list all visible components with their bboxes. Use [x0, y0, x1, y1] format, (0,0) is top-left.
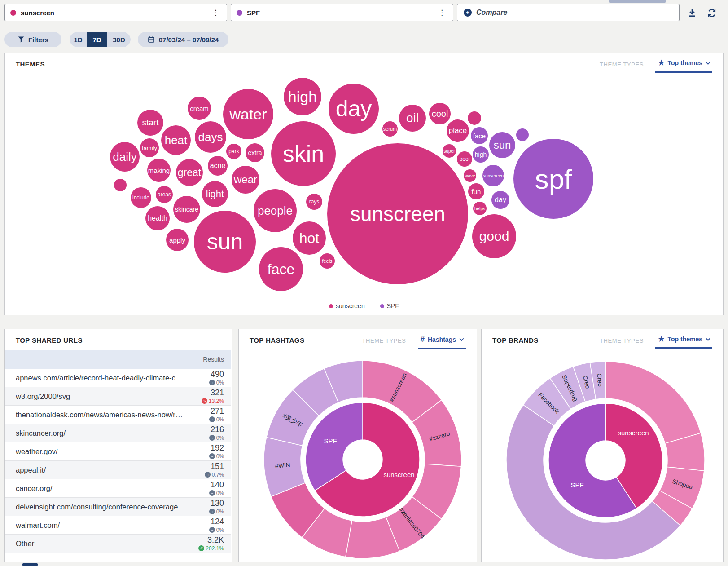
- url-cell[interactable]: delveinsight.com/consulting/conference-c…: [16, 503, 209, 511]
- theme-bubble-apply[interactable]: apply: [166, 229, 189, 251]
- theme-bubble-light[interactable]: light: [202, 181, 228, 207]
- themes-panel: THEMES THEME TYPES ★ Top themes creamsta…: [4, 53, 724, 315]
- theme-bubble-daily[interactable]: daily: [110, 142, 140, 172]
- brands-sunburst-chart: ShopeeFacebookSuperdrugCreoCreosunscreen…: [482, 329, 724, 562]
- theme-bubble-sunscreen[interactable]: sunscreen: [482, 165, 504, 186]
- theme-bubble-days[interactable]: days: [195, 121, 226, 153]
- theme-bubble-health[interactable]: health: [145, 206, 170, 230]
- url-cell[interactable]: appeal.it/: [16, 466, 205, 474]
- theme-bubble-face[interactable]: face: [259, 247, 303, 291]
- query-pill-sunscreen[interactable]: sunscreen ⋮: [4, 4, 227, 21]
- kebab-menu-icon[interactable]: ⋮: [436, 8, 447, 18]
- compare-button[interactable]: + Compare: [457, 4, 680, 21]
- theme-bubble-extra[interactable]: extra: [246, 143, 264, 162]
- theme-bubble-areas[interactable]: areas: [156, 186, 173, 203]
- table-row[interactable]: thenationaldesk.com/news/americas-news-n…: [5, 406, 231, 424]
- theme-bubble-face[interactable]: face: [471, 127, 488, 144]
- themes-legend: sunscreen SPF: [5, 302, 723, 310]
- results-value: 151: [205, 462, 224, 470]
- theme-bubble[interactable]: [114, 179, 127, 191]
- filters-button[interactable]: Filters: [4, 32, 61, 47]
- query-pill-spf[interactable]: SPF ⋮: [231, 4, 453, 21]
- url-cell[interactable]: skincancer.org/: [16, 429, 209, 438]
- results-value: 490: [209, 370, 224, 378]
- url-cell[interactable]: cancer.org/: [16, 484, 209, 493]
- results-value: 271: [209, 407, 224, 415]
- results-cell: 124→0%: [209, 517, 224, 533]
- theme-bubble-water[interactable]: water: [223, 89, 273, 139]
- themes-bubble-chart: creamstartwaterhighdayoilserumcoolplacef…: [5, 53, 723, 315]
- table-row[interactable]: Other3.2K↗202.1%: [5, 535, 231, 553]
- theme-bubble-fun[interactable]: fun: [468, 183, 484, 199]
- theme-bubble-wear[interactable]: wear: [232, 166, 259, 194]
- theme-bubble-making[interactable]: making: [147, 159, 171, 182]
- table-row[interactable]: appeal.it/151→0.7%: [5, 461, 231, 479]
- theme-bubble-day[interactable]: day: [491, 191, 509, 209]
- theme-bubble-place[interactable]: place: [447, 119, 469, 142]
- theme-bubble-rays[interactable]: rays: [306, 194, 322, 210]
- theme-bubble-skincare[interactable]: skincare: [173, 196, 200, 223]
- range-7d[interactable]: 7D: [87, 32, 107, 47]
- sunburst-inner-label: sunscreen: [383, 471, 414, 478]
- theme-bubble-sun[interactable]: sun: [194, 211, 256, 273]
- theme-bubble-high[interactable]: high: [284, 78, 321, 115]
- results-value: 321: [202, 389, 224, 397]
- theme-bubble-serum[interactable]: serum: [382, 121, 398, 137]
- refresh-button[interactable]: [706, 7, 718, 19]
- kebab-menu-icon[interactable]: ⋮: [210, 8, 221, 18]
- results-value: 124: [209, 517, 224, 526]
- date-range-label: 07/03/24 – 07/09/24: [159, 36, 219, 44]
- date-range-picker[interactable]: 07/03/24 – 07/09/24: [138, 32, 228, 47]
- theme-bubble-feels[interactable]: feels: [320, 253, 335, 269]
- theme-bubble-sun[interactable]: sun: [489, 132, 515, 158]
- theme-bubble-day[interactable]: day: [329, 84, 379, 134]
- table-row[interactable]: cancer.org/140→0%: [5, 479, 231, 498]
- theme-bubble[interactable]: [468, 111, 481, 125]
- theme-bubble-good[interactable]: good: [472, 214, 516, 258]
- theme-bubble-include[interactable]: include: [131, 187, 151, 208]
- table-row[interactable]: w3.org/2000/svg321↘13.2%: [5, 387, 231, 406]
- table-row[interactable]: weather.gov/192→0%: [5, 442, 231, 461]
- results-value: 216: [209, 425, 224, 433]
- theme-bubble-pool[interactable]: pool: [457, 151, 472, 167]
- change-indicator: →0%: [209, 509, 224, 514]
- url-cell[interactable]: walmart.com/: [16, 521, 209, 530]
- theme-bubble-people[interactable]: people: [254, 189, 297, 232]
- theme-bubble[interactable]: [516, 128, 529, 141]
- theme-bubble-start[interactable]: start: [137, 110, 163, 136]
- theme-bubble-cool[interactable]: cool: [429, 103, 451, 124]
- theme-bubble-cream[interactable]: cream: [188, 97, 211, 120]
- plus-circle-icon: +: [464, 9, 472, 17]
- query-color-dot: [10, 10, 16, 16]
- results-cell: 151→0.7%: [205, 462, 224, 478]
- theme-bubble-hot[interactable]: hot: [293, 221, 326, 255]
- theme-bubble-spf[interactable]: spf: [513, 139, 593, 219]
- table-row[interactable]: delveinsight.com/consulting/conference-c…: [5, 498, 231, 516]
- table-row[interactable]: skincancer.org/216→0%: [5, 424, 231, 442]
- theme-bubble-family[interactable]: family: [140, 138, 159, 157]
- download-button[interactable]: [686, 7, 698, 19]
- theme-bubble-heat[interactable]: heat: [161, 125, 191, 155]
- table-row[interactable]: apnews.com/article/record-heat-deadly-cl…: [5, 369, 231, 387]
- theme-bubble-high[interactable]: high: [473, 146, 489, 163]
- range-30d[interactable]: 30D: [107, 32, 131, 47]
- theme-bubble-oil[interactable]: oil: [399, 105, 426, 132]
- url-cell[interactable]: Other: [16, 539, 198, 548]
- change-indicator: →0.7%: [205, 472, 224, 478]
- url-cell[interactable]: weather.gov/: [16, 447, 209, 456]
- range-1d[interactable]: 1D: [70, 32, 87, 47]
- theme-bubble-super[interactable]: super: [443, 144, 456, 158]
- url-cell[interactable]: w3.org/2000/svg: [16, 392, 202, 401]
- theme-bubble-park[interactable]: park: [226, 144, 241, 159]
- theme-bubble-skin[interactable]: skin: [271, 121, 336, 186]
- url-cell[interactable]: thenationaldesk.com/news/americas-news-n…: [16, 411, 209, 419]
- url-cell[interactable]: apnews.com/article/record-heat-deadly-cl…: [16, 374, 209, 382]
- theme-bubble-great[interactable]: great: [176, 159, 203, 186]
- trend-up-icon: ↗: [198, 545, 204, 551]
- results-cell: 271→0%: [209, 407, 224, 422]
- theme-bubble-sunscreen[interactable]: sunscreen: [327, 143, 468, 284]
- theme-bubble-acne[interactable]: acne: [208, 156, 228, 176]
- theme-bubble-helps[interactable]: helps: [473, 202, 487, 215]
- table-row[interactable]: walmart.com/124→0%: [5, 516, 231, 535]
- theme-bubble-wave[interactable]: wave: [464, 169, 476, 182]
